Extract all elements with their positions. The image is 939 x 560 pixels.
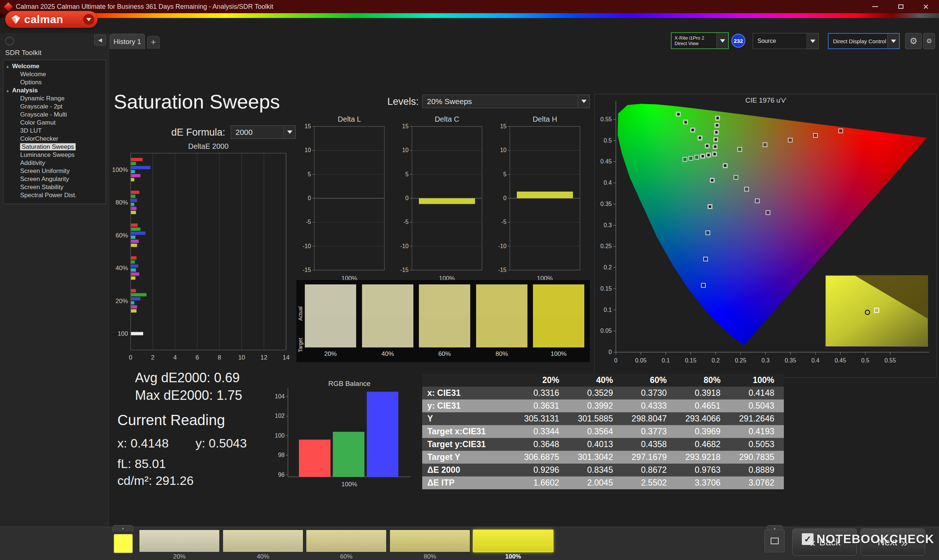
display-control-dropdown[interactable]: Direct Display Control	[828, 33, 900, 49]
patch-button-60%[interactable]	[306, 529, 387, 552]
meter-dropdown[interactable]: X-Rite i1Pro 2 Direct View	[671, 32, 729, 49]
calman-diamond-icon	[11, 15, 20, 24]
de-bar	[131, 293, 146, 297]
current-patch-color[interactable]	[114, 534, 133, 553]
de-bar	[131, 256, 136, 260]
sidebar-item-label: Dynamic Range	[20, 95, 65, 102]
cie-target-marker	[745, 187, 749, 191]
logo-dropdown-icon[interactable]	[83, 14, 94, 25]
cie-measured-marker	[711, 179, 714, 182]
patch-button-20%[interactable]	[139, 529, 220, 552]
patch-button-40%[interactable]	[223, 529, 303, 552]
table-cell: 3.3706	[676, 477, 730, 489]
maximize-icon	[898, 5, 904, 9]
settings-gear-button[interactable]: ⚙	[905, 33, 922, 49]
axis-label: 0.4	[811, 357, 819, 363]
sidebar-item-dynamic-range[interactable]: Dynamic Range	[3, 95, 106, 103]
maximize-button[interactable]	[888, 0, 913, 13]
page-title: Saturation Sweeps	[114, 90, 280, 113]
axis-label: 0.25	[735, 357, 746, 363]
sidebar-item-analysis[interactable]: ▴Analysis	[3, 86, 106, 95]
table-cell: 305.3131	[515, 412, 569, 425]
sidebar-collapse-button[interactable]: ◀	[94, 34, 106, 45]
table-row-header: Target Y	[422, 451, 515, 464]
sidebar-item-color-gamut[interactable]: Color Gamut	[3, 119, 106, 127]
sidebar-item-additivity[interactable]: Additivity	[3, 159, 106, 167]
de-bar	[131, 232, 145, 235]
cie-target-marker	[703, 257, 708, 261]
source-dropdown[interactable]: Source	[752, 33, 819, 49]
table-row-target-y: Target Y306.6875301.3042297.1679293.9218…	[422, 451, 784, 464]
axis-label: 0.2	[604, 264, 612, 271]
sidebar-item-spectral-power-dist[interactable]: Spectral Power Dist.	[3, 191, 106, 199]
tab-history-1[interactable]: History 1	[109, 34, 145, 49]
sidebar-item-label: 3D LUT	[20, 127, 42, 134]
axis-label: 96	[278, 472, 285, 478]
cie-target-marker	[689, 156, 693, 160]
sidebar-item-saturation-sweeps[interactable]: Saturation Sweeps	[3, 143, 106, 151]
window-title: Calman 2025 Calman Ultimate for Business…	[16, 3, 273, 11]
sidebar-item-options[interactable]: Options	[3, 78, 106, 86]
sidebar-item-label: Grayscale - Multi	[20, 111, 67, 118]
calman-logo-menu[interactable]: calman	[5, 11, 97, 28]
back-button[interactable]: « Back	[792, 528, 857, 555]
patch-button-100%[interactable]	[473, 529, 554, 552]
workflow-options-button[interactable]: ⚙	[923, 33, 935, 49]
sidebar-item-colorchecker[interactable]: ColorChecker	[3, 135, 106, 143]
axis-label: 0	[609, 349, 612, 355]
levels-dropdown[interactable]: 20% Sweeps	[422, 95, 590, 108]
sidebar-item-screen-angularity[interactable]: Screen Angularity	[3, 175, 106, 183]
expander-icon[interactable]: ▴	[6, 86, 9, 95]
workflow-tree: ▴WelcomeWelcomeOptions▴AnalysisDynamic R…	[3, 60, 106, 204]
next-button[interactable]: Next »	[860, 528, 925, 555]
axis-label: 0.15	[600, 286, 612, 292]
delta-c-chart: Delta C 151050-5-10-15100%	[393, 110, 485, 284]
sidebar-item-label: Color Gamut	[20, 119, 56, 126]
delta-c-plot: 151050-5-10-15100%	[393, 110, 485, 284]
sidebar-item-label: Screen Angularity	[20, 175, 69, 183]
sidebar-item-3d-lut[interactable]: 3D LUT	[3, 127, 106, 135]
cie-target-marker	[683, 157, 687, 161]
expand-patch-tray-button[interactable]: ▴	[113, 525, 133, 532]
close-button[interactable]: ×	[913, 0, 938, 13]
de-bar	[131, 268, 136, 272]
cie-measured-marker	[698, 136, 702, 139]
add-tab-button[interactable]: +	[147, 36, 160, 48]
axis-label: 0.5	[861, 357, 869, 363]
table-cell: 0.4651	[676, 400, 730, 412]
minimize-button[interactable]	[863, 0, 888, 13]
sidebar-item-grayscale-2pt[interactable]: Grayscale - 2pt	[3, 103, 106, 111]
axis-label: 102	[275, 413, 285, 419]
sidebar-item-grayscale-multi[interactable]: Grayscale - Multi	[3, 111, 106, 119]
rgb-balance-chart: RGB Balance 1041021009896100%	[271, 377, 426, 489]
axis-label: 0	[503, 195, 507, 201]
axis-label: 5	[308, 171, 311, 177]
de-bar	[131, 332, 143, 335]
levels-value: 20% Sweeps	[422, 97, 578, 106]
axis-label: 0.4	[604, 180, 612, 186]
target-row-label: Target	[298, 343, 303, 352]
expander-icon[interactable]: ▴	[6, 62, 9, 70]
de-bar	[131, 309, 136, 312]
cie-target-marker	[738, 147, 742, 151]
help-circle-icon[interactable]	[5, 37, 14, 45]
next-label: Next	[878, 537, 897, 548]
axis-label: 15	[304, 123, 311, 129]
sidebar-item-screen-stability[interactable]: Screen Stability	[3, 183, 106, 191]
de-bar	[131, 223, 137, 227]
calman-app-window: Calman 2025 Calman Ultimate for Business…	[0, 0, 939, 560]
de-bar	[131, 305, 137, 309]
axis-label: 0	[405, 195, 409, 201]
cie-target-marker	[755, 199, 759, 203]
cie-1976-panel: CIE 1976 u'v'	[594, 94, 937, 378]
actual-swatch	[305, 285, 356, 316]
sidebar-item-screen-uniformity[interactable]: Screen Uniformity	[3, 167, 106, 175]
sidebar-item-luminance-sweeps[interactable]: Luminance Sweeps	[3, 151, 106, 159]
patch-button-80%[interactable]	[390, 529, 470, 552]
de-bar	[131, 276, 135, 280]
pattern-window-button[interactable]	[765, 529, 785, 552]
sidebar-item-welcome[interactable]: Welcome	[3, 70, 106, 78]
sidebar-item-welcome[interactable]: ▴Welcome	[3, 62, 106, 70]
table-cell: 0.9763	[676, 464, 730, 477]
table-column-header: 40%	[569, 374, 623, 387]
